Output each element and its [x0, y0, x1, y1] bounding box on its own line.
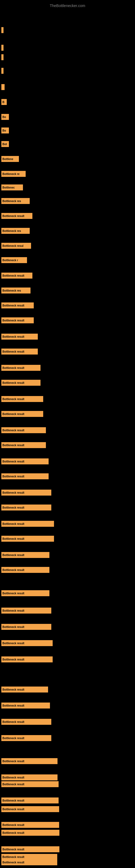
bar: Bottlenec [1, 184, 23, 190]
bar-row: Bottleneck result [1, 490, 51, 496]
bar: Bottleneck result [1, 303, 34, 308]
bar: Bottleneck result [1, 317, 34, 323]
bar-row: Bottleneck result [1, 656, 53, 662]
bar-row [1, 27, 3, 33]
bar: Bottleneck result [1, 380, 41, 386]
bar-label: Bottleneck res [2, 289, 21, 292]
bar: Bottleneck result [1, 781, 58, 787]
bar: Bottleneck result [1, 806, 59, 812]
bar-label: Bottleneck result [2, 398, 24, 401]
bar-row: Bottleneck result [1, 427, 46, 433]
bar-row: Bottleneck result [1, 504, 51, 510]
bar: Bottleneck result [1, 703, 50, 709]
bar-row: Bottleneck result [1, 774, 57, 780]
bar: Bottleneck result [1, 334, 38, 340]
bar-label: Bottleneck result [2, 537, 24, 540]
bar: Bottleneck result [1, 427, 46, 433]
bar [1, 68, 3, 74]
bar: Bottleneck res [1, 228, 30, 234]
bar-row: Bottleneck result [1, 624, 51, 630]
bar-label: Bottleneck result [2, 335, 24, 338]
bar-label: Bottleneck result [2, 688, 24, 691]
bar: Bottleneck result [1, 822, 59, 828]
bar-label: Bottleneck result [2, 760, 24, 763]
bar-label: Bottleneck result [2, 429, 24, 432]
bar: Bottleneck r [1, 257, 27, 263]
bar-label: Bottleneck result [2, 609, 24, 612]
bar-row: Bottleneck result [1, 380, 41, 386]
bar-row: Bottleneck resul [1, 243, 31, 249]
bar-row [1, 68, 3, 74]
bar-label: Bottleneck res [2, 199, 21, 203]
bar-row: Bottleneck result [1, 213, 32, 219]
bar-label: Bottleneck result [2, 848, 24, 851]
bar-label: Bottlenec [2, 186, 15, 189]
bar-label: Bottleneck result [2, 460, 24, 463]
bar-row: Bottleneck result [1, 758, 57, 764]
bar-row: Bottleneck result [1, 317, 34, 323]
bar: Bottleneck result [1, 590, 49, 596]
bar-label: Bottleneck result [2, 506, 24, 509]
bar-label: Bottleneck result [2, 350, 24, 353]
bar-row [1, 45, 3, 51]
bar-row: Bottleneck re [1, 171, 26, 177]
bar-row: Bottleneck result [1, 396, 43, 402]
bar: Bottleneck result [1, 458, 49, 464]
bar-row: Bottleneck res [1, 198, 30, 204]
bar-row: Bottleneck result [1, 273, 32, 279]
bar: Bottleneck res [1, 287, 31, 293]
bar-row: B [1, 99, 7, 105]
bar-label: Bottleneck result [2, 704, 24, 707]
bar-row: Bottleneck result [1, 303, 34, 308]
bar-row: Bottleneck result [1, 334, 38, 340]
bar: Bottleneck result [1, 504, 51, 510]
bar-row: Bottleneck result [1, 719, 51, 725]
bar [1, 54, 3, 60]
bar: Bo [1, 114, 9, 120]
bar: Bottlene [1, 156, 19, 162]
bar-row: Bottleneck result [1, 806, 59, 812]
bar-row: Bottleneck result [1, 521, 54, 527]
bar-row: Bottleneck result [1, 567, 49, 573]
bar-label: Bottleneck result [2, 367, 24, 369]
bar-row: Bottleneck result [1, 830, 59, 836]
bar-row: Bottleneck result [1, 686, 48, 692]
bar-label: Bottleneck result [2, 824, 24, 827]
bar: Bottleneck result [1, 798, 58, 803]
bar-label: Bo [2, 116, 6, 119]
bar-label: Bottleneck result [2, 720, 24, 723]
bar-label: Bottleneck result [2, 737, 24, 740]
bar-row: Bottleneck result [1, 703, 50, 709]
bar [1, 27, 3, 33]
bar-label: Bottleneck result [2, 861, 24, 864]
bar-row: Bottleneck result [1, 552, 49, 558]
bar: Bottleneck result [1, 273, 32, 279]
bar [1, 45, 3, 51]
bar-row: Bottleneck result [1, 608, 51, 614]
bar-label: Bottleneck result [2, 642, 24, 645]
site-title: TheBottlenecker.com [0, 1, 135, 10]
bar: Bottleneck result [1, 490, 51, 496]
bar: Bottleneck result [1, 846, 59, 852]
bar-label: Bottleneck result [2, 799, 24, 802]
bar-label: Bottleneck result [2, 831, 24, 834]
bar: Bottleneck result [1, 686, 48, 692]
bar-label: Bottleneck result [2, 625, 24, 628]
bar: Bottleneck resul [1, 243, 31, 249]
bar-label: Bottleneck re [2, 173, 19, 176]
bar-label: Bottleneck res [2, 229, 21, 232]
bar: Bottleneck result [1, 656, 53, 662]
bar-row: Bottleneck result [1, 348, 38, 354]
bar-label: Bottleneck result [2, 658, 24, 661]
bar-row: Bottleneck result [1, 473, 49, 479]
bar-label: Bottleneck result [2, 568, 24, 571]
bar-label: Bottleneck result [2, 783, 24, 786]
bar-row: Bottleneck result [1, 846, 59, 852]
bar-row: Bottleneck res [1, 287, 31, 293]
bar: Bottleneck result [1, 624, 51, 630]
bar: Bottleneck result [1, 521, 54, 527]
bar-label: Bottleneck result [2, 522, 24, 525]
bar: Bottleneck result [1, 348, 38, 354]
bar-label: Bottleneck result [2, 554, 24, 557]
bar: Bottleneck re [1, 171, 26, 177]
